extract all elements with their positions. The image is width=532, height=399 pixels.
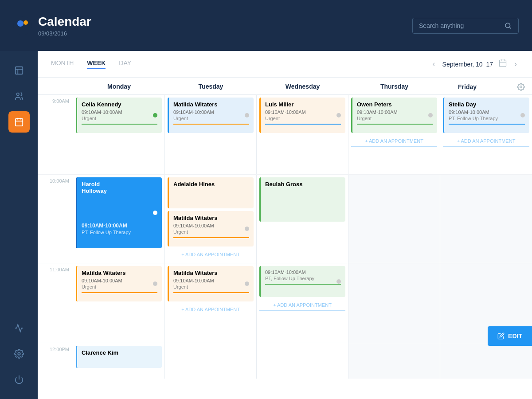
- appt-name: Matilda Witaters: [82, 270, 157, 276]
- appt-name: Luis Miller: [265, 101, 341, 108]
- tuesday-10am: Adelaide Hines Matilda Witaters 09:10AM-…: [165, 175, 257, 263]
- next-arrow[interactable]: ›: [512, 58, 519, 70]
- svg-point-0: [13, 16, 32, 35]
- appt-card-bottom: [173, 124, 249, 125]
- appt-celia-kennedy[interactable]: Celia Kennedy 09:10AM-10:00AM Urgent: [76, 98, 162, 133]
- appt-card-bottom: [82, 292, 157, 293]
- appt-status-dot: [428, 113, 433, 117]
- appt-type: PT, Follow Up Therapy: [82, 230, 157, 235]
- sidebar-item-settings[interactable]: [8, 343, 30, 364]
- add-appt-thu[interactable]: + ADD AN APPOINTMENT: [351, 136, 437, 147]
- app-body: MONTH WEEK DAY ‹ September, 10–17 › Mond…: [0, 51, 532, 399]
- thursday-11am: [348, 263, 440, 343]
- svg-point-2: [23, 20, 28, 25]
- wednesday-10am: Beulah Gross: [257, 175, 348, 263]
- appt-clarence-kim[interactable]: Clarence Kim: [76, 346, 162, 368]
- appt-name: Stella Day: [449, 101, 525, 108]
- appt-owen-peters[interactable]: Owen Peters 09:10AM-10:00AM Urgent: [351, 98, 437, 133]
- tuesday-9am: Matilda Witaters 09:10AM-10:00AM Urgent: [165, 95, 257, 174]
- add-appt-tue-11[interactable]: + ADD AN APPOINTMENT: [168, 304, 254, 315]
- appt-card-bottom: [265, 284, 341, 285]
- hour-row-9am: 9:00AM Celia Kennedy 09:10AM-10:00AM Urg…: [38, 95, 532, 175]
- appt-card-bottom: [265, 124, 341, 125]
- wednesday-11am: 09:10AM-10:00AM PT, Follow Up Therapy + …: [257, 263, 348, 343]
- time-10am: 10:00AM: [38, 175, 73, 263]
- tab-day[interactable]: DAY: [119, 59, 131, 69]
- appt-name: Beulah Gross: [265, 181, 341, 188]
- svg-rect-9: [15, 119, 23, 126]
- appt-matilda-witaters-tue9[interactable]: Matilda Witaters 09:10AM-10:00AM Urgent: [168, 98, 254, 133]
- header-friday-row: Friday: [440, 83, 532, 91]
- calendar-day-headers: Monday Tuesday Wednesday Thursday Friday: [38, 78, 532, 95]
- header-tuesday: Tuesday: [165, 83, 257, 91]
- tuesday-11am: Matilda Witaters 09:10AM-10:00AM Urgent …: [165, 263, 257, 343]
- appt-adelaide-hines[interactable]: Adelaide Hines: [168, 177, 254, 208]
- appt-status-dot: [153, 282, 157, 286]
- svg-line-4: [509, 27, 511, 28]
- friday-12pm: [440, 343, 532, 379]
- calendar-grid-icon[interactable]: [498, 59, 507, 70]
- appt-card-bottom: [357, 124, 433, 125]
- app-header: Calendar 09/03/2016: [0, 0, 532, 51]
- sidebar-item-group[interactable]: [8, 86, 30, 107]
- appt-card-bottom: [449, 124, 525, 125]
- appt-status-dot: [153, 211, 157, 215]
- appt-matilda-witaters-tue10[interactable]: Matilda Witaters 09:10AM-10:00AM Urgent: [168, 211, 254, 246]
- appt-type: Urgent: [173, 284, 249, 289]
- thursday-12pm: [348, 343, 440, 379]
- appt-name: Matilda Witaters: [173, 101, 249, 108]
- appt-time: 09:10AM-10:00AM: [173, 110, 249, 115]
- appt-wed-11[interactable]: 09:10AM-10:00AM PT, Follow Up Therapy: [259, 266, 345, 297]
- appt-beulah-gross[interactable]: Beulah Gross: [259, 177, 345, 222]
- calendar-nav: MONTH WEEK DAY ‹ September, 10–17 ›: [38, 51, 532, 78]
- prev-arrow[interactable]: ‹: [431, 58, 437, 70]
- appt-type: Urgent: [357, 116, 433, 121]
- appt-time: 09:10AM-10:00AM: [173, 223, 249, 228]
- friday-9am: Stella Day 09:10AM-10:00AM PT, Follow Up…: [440, 95, 532, 174]
- monday-9am: Celia Kennedy 09:10AM-10:00AM Urgent: [73, 95, 165, 174]
- appt-status-dot: [336, 279, 341, 284]
- appt-type: Urgent: [173, 229, 249, 235]
- sidebar-item-calendar[interactable]: [8, 111, 30, 133]
- add-appt-wed-11[interactable]: + ADD AN APPOINTMENT: [259, 300, 345, 311]
- add-appt-fri[interactable]: + ADD AN APPOINTMENT: [443, 136, 529, 147]
- appt-harold-holloway[interactable]: HaroldHolloway 09:10AM-10:00AM PT, Follo…: [76, 177, 162, 248]
- appt-matilda-witaters-mon11[interactable]: Matilda Witaters 09:10AM-10:00AM Urgent: [76, 266, 162, 301]
- appt-status-dot: [520, 113, 525, 117]
- gear-icon[interactable]: [517, 83, 525, 91]
- calendar-tabs: MONTH WEEK DAY: [51, 59, 431, 69]
- svg-rect-5: [15, 67, 23, 74]
- header-thursday: Thursday: [348, 83, 440, 91]
- appt-time: 09:10AM-10:00AM: [449, 110, 525, 115]
- tab-week[interactable]: WEEK: [87, 59, 106, 69]
- add-appt-tue-10[interactable]: + ADD AN APPOINTMENT: [168, 249, 254, 260]
- appt-time: 09:10AM-10:00AM: [82, 223, 157, 229]
- main-content: MONTH WEEK DAY ‹ September, 10–17 › Mond…: [38, 51, 532, 399]
- calendar-range: September, 10–17: [442, 61, 493, 68]
- appt-time: 09:10AM-10:00AM: [265, 270, 341, 275]
- appt-type: Urgent: [82, 284, 157, 289]
- appt-name: Celia Kennedy: [82, 101, 157, 108]
- time-12pm: 12:00PM: [38, 343, 73, 379]
- appt-luis-miller[interactable]: Luis Miller 09:10AM-10:00AM Urgent: [259, 98, 345, 133]
- header-wednesday: Wednesday: [257, 83, 348, 91]
- edit-icon: [497, 332, 505, 340]
- sidebar-item-power[interactable]: [8, 369, 30, 390]
- monday-12pm: Clarence Kim: [73, 343, 165, 379]
- appt-status-dot: [336, 113, 341, 117]
- tab-month[interactable]: MONTH: [51, 59, 74, 69]
- sidebar-item-analytics[interactable]: [8, 317, 30, 339]
- appt-time: 09:10AM-10:00AM: [357, 110, 433, 115]
- friday-10am: [440, 175, 532, 263]
- edit-button[interactable]: EDIT: [488, 326, 532, 346]
- appt-stella-day[interactable]: Stella Day 09:10AM-10:00AM PT, Follow Up…: [443, 98, 529, 133]
- appt-matilda-witaters-tue11[interactable]: Matilda Witaters 09:10AM-10:00AM Urgent: [168, 266, 254, 301]
- time-9am: 9:00AM: [38, 95, 73, 174]
- sidebar-item-book[interactable]: [8, 60, 30, 81]
- search-input[interactable]: [419, 22, 501, 29]
- calendar-grid: Monday Tuesday Wednesday Thursday Friday…: [38, 78, 532, 399]
- search-box[interactable]: [412, 18, 519, 34]
- calendar-nav-right: ‹ September, 10–17 ›: [431, 58, 519, 70]
- monday-10am: HaroldHolloway 09:10AM-10:00AM PT, Follo…: [73, 175, 165, 263]
- time-col-header: [38, 83, 73, 91]
